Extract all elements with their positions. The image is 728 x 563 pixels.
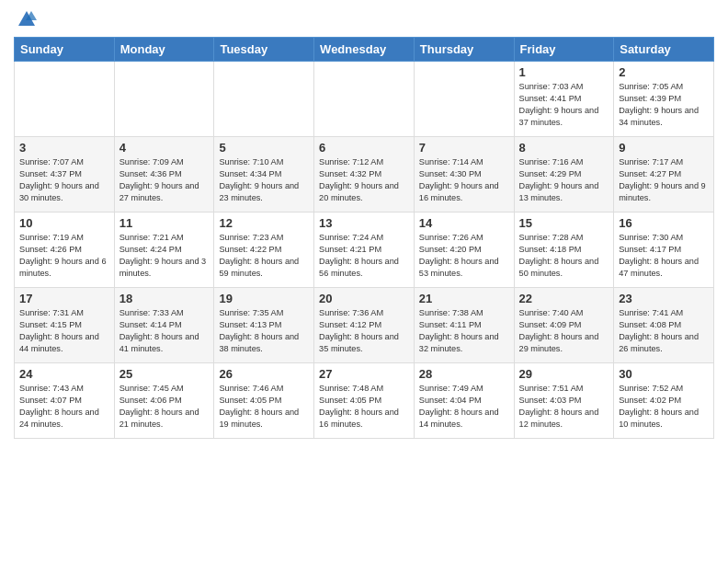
calendar-cell: 2Sunrise: 7:05 AM Sunset: 4:39 PM Daylig… — [614, 62, 714, 137]
day-info: Sunrise: 7:46 AM Sunset: 4:05 PM Dayligh… — [219, 383, 309, 431]
day-info: Sunrise: 7:12 AM Sunset: 4:32 PM Dayligh… — [319, 156, 409, 204]
logo-icon — [17, 9, 37, 29]
day-number: 2 — [619, 65, 709, 79]
day-info: Sunrise: 7:35 AM Sunset: 4:13 PM Dayligh… — [219, 307, 309, 355]
day-info: Sunrise: 7:03 AM Sunset: 4:41 PM Dayligh… — [519, 81, 609, 129]
day-header-monday: Monday — [114, 38, 214, 62]
calendar-cell: 19Sunrise: 7:35 AM Sunset: 4:13 PM Dayli… — [214, 288, 314, 363]
calendar-cell: 4Sunrise: 7:09 AM Sunset: 4:36 PM Daylig… — [114, 137, 214, 213]
day-info: Sunrise: 7:17 AM Sunset: 4:27 PM Dayligh… — [619, 156, 709, 204]
calendar-cell: 20Sunrise: 7:36 AM Sunset: 4:12 PM Dayli… — [314, 288, 415, 363]
day-number: 8 — [519, 141, 609, 155]
day-number: 10 — [19, 216, 109, 230]
day-header-saturday: Saturday — [614, 38, 714, 62]
calendar-cell: 29Sunrise: 7:51 AM Sunset: 4:03 PM Dayli… — [514, 363, 614, 439]
header — [14, 9, 714, 29]
week-row-1: 3Sunrise: 7:07 AM Sunset: 4:37 PM Daylig… — [15, 137, 714, 213]
day-info: Sunrise: 7:19 AM Sunset: 4:26 PM Dayligh… — [19, 232, 109, 280]
day-info: Sunrise: 7:14 AM Sunset: 4:30 PM Dayligh… — [419, 156, 509, 204]
day-header-thursday: Thursday — [414, 38, 514, 62]
calendar-cell: 5Sunrise: 7:10 AM Sunset: 4:34 PM Daylig… — [214, 137, 314, 213]
day-number: 13 — [319, 216, 409, 230]
calendar-cell: 11Sunrise: 7:21 AM Sunset: 4:24 PM Dayli… — [114, 213, 214, 288]
calendar-cell: 6Sunrise: 7:12 AM Sunset: 4:32 PM Daylig… — [314, 137, 415, 213]
week-row-4: 24Sunrise: 7:43 AM Sunset: 4:07 PM Dayli… — [15, 363, 714, 439]
day-number: 19 — [219, 292, 309, 305]
day-info: Sunrise: 7:33 AM Sunset: 4:14 PM Dayligh… — [119, 307, 210, 355]
day-number: 23 — [619, 292, 709, 305]
calendar-cell: 16Sunrise: 7:30 AM Sunset: 4:17 PM Dayli… — [614, 213, 714, 288]
calendar-cell: 28Sunrise: 7:49 AM Sunset: 4:04 PM Dayli… — [414, 363, 514, 439]
day-number: 20 — [319, 292, 409, 305]
calendar-cell — [414, 62, 514, 137]
day-number: 28 — [419, 367, 509, 381]
calendar-cell: 21Sunrise: 7:38 AM Sunset: 4:11 PM Dayli… — [414, 288, 514, 363]
day-info: Sunrise: 7:31 AM Sunset: 4:15 PM Dayligh… — [19, 307, 109, 355]
week-row-0: 1Sunrise: 7:03 AM Sunset: 4:41 PM Daylig… — [15, 62, 714, 137]
calendar-cell: 26Sunrise: 7:46 AM Sunset: 4:05 PM Dayli… — [214, 363, 314, 439]
day-number: 22 — [519, 292, 609, 305]
calendar-cell: 17Sunrise: 7:31 AM Sunset: 4:15 PM Dayli… — [15, 288, 115, 363]
day-number: 26 — [219, 367, 309, 381]
calendar-cell — [214, 62, 314, 137]
day-number: 7 — [419, 141, 509, 155]
logo-text — [14, 9, 37, 29]
week-row-3: 17Sunrise: 7:31 AM Sunset: 4:15 PM Dayli… — [15, 288, 714, 363]
calendar-table: SundayMondayTuesdayWednesdayThursdayFrid… — [14, 37, 714, 439]
day-number: 9 — [619, 141, 709, 155]
calendar-cell: 9Sunrise: 7:17 AM Sunset: 4:27 PM Daylig… — [614, 137, 714, 213]
calendar-cell: 14Sunrise: 7:26 AM Sunset: 4:20 PM Dayli… — [414, 213, 514, 288]
calendar-header-row: SundayMondayTuesdayWednesdayThursdayFrid… — [15, 38, 714, 62]
calendar-cell: 24Sunrise: 7:43 AM Sunset: 4:07 PM Dayli… — [15, 363, 115, 439]
day-number: 5 — [219, 141, 309, 155]
day-header-friday: Friday — [514, 38, 614, 62]
day-header-sunday: Sunday — [15, 38, 115, 62]
day-number: 15 — [519, 216, 609, 230]
day-info: Sunrise: 7:45 AM Sunset: 4:06 PM Dayligh… — [119, 383, 210, 431]
logo — [14, 9, 37, 29]
day-info: Sunrise: 7:49 AM Sunset: 4:04 PM Dayligh… — [419, 383, 509, 431]
day-info: Sunrise: 7:38 AM Sunset: 4:11 PM Dayligh… — [419, 307, 509, 355]
day-info: Sunrise: 7:21 AM Sunset: 4:24 PM Dayligh… — [119, 232, 210, 280]
day-info: Sunrise: 7:16 AM Sunset: 4:29 PM Dayligh… — [519, 156, 609, 204]
day-number: 24 — [19, 367, 109, 381]
day-info: Sunrise: 7:23 AM Sunset: 4:22 PM Dayligh… — [219, 232, 309, 280]
day-header-tuesday: Tuesday — [214, 38, 314, 62]
calendar-cell: 22Sunrise: 7:40 AM Sunset: 4:09 PM Dayli… — [514, 288, 614, 363]
day-header-wednesday: Wednesday — [314, 38, 415, 62]
day-number: 27 — [319, 367, 409, 381]
day-info: Sunrise: 7:36 AM Sunset: 4:12 PM Dayligh… — [319, 307, 409, 355]
day-number: 18 — [119, 292, 210, 305]
day-number: 12 — [219, 216, 309, 230]
day-number: 3 — [19, 141, 109, 155]
day-number: 6 — [319, 141, 409, 155]
day-info: Sunrise: 7:43 AM Sunset: 4:07 PM Dayligh… — [19, 383, 109, 431]
day-info: Sunrise: 7:10 AM Sunset: 4:34 PM Dayligh… — [219, 156, 309, 204]
calendar-cell — [114, 62, 214, 137]
day-info: Sunrise: 7:07 AM Sunset: 4:37 PM Dayligh… — [19, 156, 109, 204]
calendar-cell: 23Sunrise: 7:41 AM Sunset: 4:08 PM Dayli… — [614, 288, 714, 363]
day-number: 16 — [619, 216, 709, 230]
calendar-cell: 7Sunrise: 7:14 AM Sunset: 4:30 PM Daylig… — [414, 137, 514, 213]
day-number: 17 — [19, 292, 109, 305]
day-number: 25 — [119, 367, 210, 381]
calendar-cell: 15Sunrise: 7:28 AM Sunset: 4:18 PM Dayli… — [514, 213, 614, 288]
day-info: Sunrise: 7:09 AM Sunset: 4:36 PM Dayligh… — [119, 156, 210, 204]
calendar-cell: 25Sunrise: 7:45 AM Sunset: 4:06 PM Dayli… — [114, 363, 214, 439]
calendar-cell — [15, 62, 115, 137]
calendar-cell: 27Sunrise: 7:48 AM Sunset: 4:05 PM Dayli… — [314, 363, 415, 439]
calendar-cell — [314, 62, 415, 137]
day-number: 1 — [519, 65, 609, 79]
calendar-cell: 10Sunrise: 7:19 AM Sunset: 4:26 PM Dayli… — [15, 213, 115, 288]
day-info: Sunrise: 7:05 AM Sunset: 4:39 PM Dayligh… — [619, 81, 709, 129]
day-info: Sunrise: 7:41 AM Sunset: 4:08 PM Dayligh… — [619, 307, 709, 355]
day-info: Sunrise: 7:30 AM Sunset: 4:17 PM Dayligh… — [619, 232, 709, 280]
day-number: 14 — [419, 216, 509, 230]
calendar-cell: 8Sunrise: 7:16 AM Sunset: 4:29 PM Daylig… — [514, 137, 614, 213]
day-number: 30 — [619, 367, 709, 381]
calendar-cell: 12Sunrise: 7:23 AM Sunset: 4:22 PM Dayli… — [214, 213, 314, 288]
day-info: Sunrise: 7:52 AM Sunset: 4:02 PM Dayligh… — [619, 383, 709, 431]
calendar-cell: 13Sunrise: 7:24 AM Sunset: 4:21 PM Dayli… — [314, 213, 415, 288]
day-info: Sunrise: 7:48 AM Sunset: 4:05 PM Dayligh… — [319, 383, 409, 431]
day-number: 4 — [119, 141, 210, 155]
